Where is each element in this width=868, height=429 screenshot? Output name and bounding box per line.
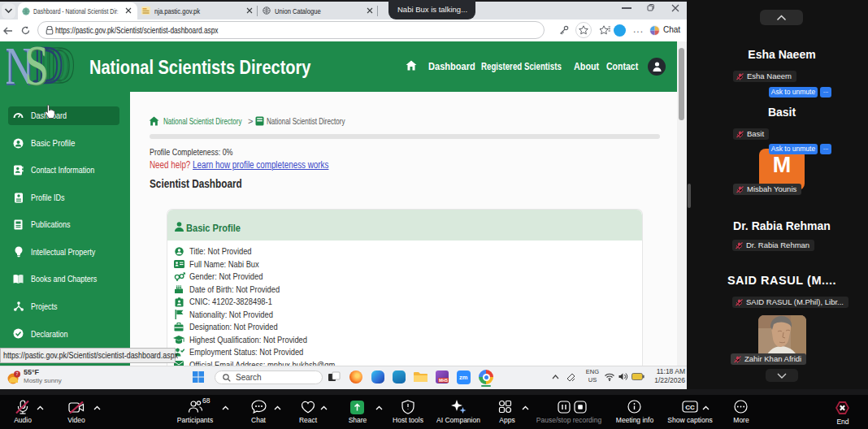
svg-text:7: 7	[15, 371, 18, 376]
svg-text:CC: CC	[685, 404, 695, 411]
